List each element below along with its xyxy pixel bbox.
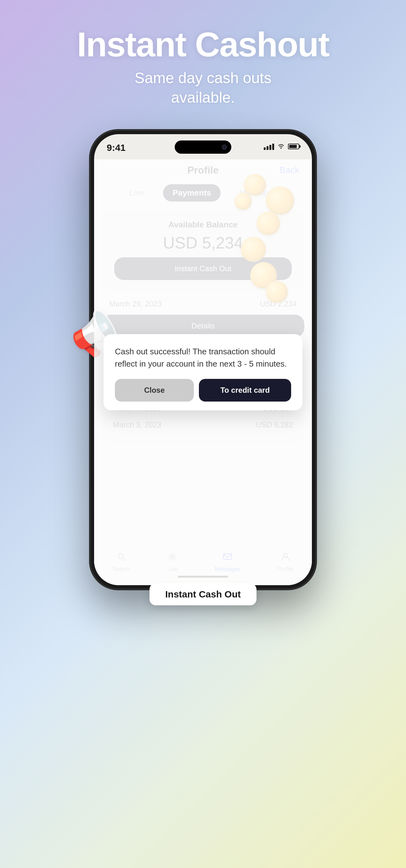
battery-icon xyxy=(288,144,299,149)
phone-wrapper: 📢 9:41 xyxy=(90,130,316,590)
to-credit-card-button[interactable]: To credit card xyxy=(199,379,291,402)
dialog-overlay: Cash out successful! The transaction sho… xyxy=(94,159,312,585)
status-time: 9:41 xyxy=(107,142,126,153)
instant-cashout-label: Instant Cash Out xyxy=(149,583,257,605)
phone-screen: 9:41 xyxy=(94,134,312,585)
dialog-buttons: Close To credit card xyxy=(115,379,291,402)
dialog-message: Cash out successful! The transaction sho… xyxy=(115,345,291,370)
signal-bars-icon xyxy=(264,143,274,150)
hero-section: Instant Cashout Same day cash outsavaila… xyxy=(0,0,406,120)
status-icons xyxy=(264,142,299,151)
hero-subtitle: Same day cash outsavailable. xyxy=(0,68,406,108)
camera-indicator xyxy=(222,145,227,150)
phone-frame: 9:41 xyxy=(90,130,316,590)
wifi-icon xyxy=(277,142,285,151)
instant-cashout-text: Instant Cash Out xyxy=(165,589,241,599)
dynamic-island xyxy=(175,141,231,154)
screen-content: Profile Back Live Payments Messages Avai… xyxy=(94,159,312,585)
hero-title: Instant Cashout xyxy=(0,25,406,63)
close-button[interactable]: Close xyxy=(115,379,194,402)
dialog-box: Cash out successful! The transaction sho… xyxy=(104,334,302,410)
